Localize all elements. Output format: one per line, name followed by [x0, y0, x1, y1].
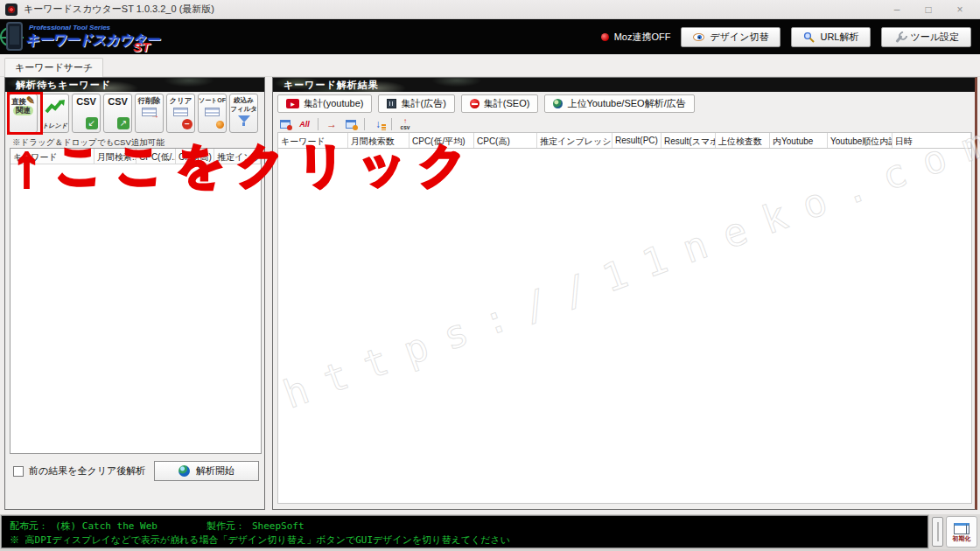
sort-bars-icon: [382, 124, 386, 130]
column-header[interactable]: 月間検索数: [348, 133, 410, 148]
globe-icon: [553, 99, 563, 108]
csv-import-icon: ↙: [86, 117, 98, 129]
distributor-value: (株) Catch the Web: [55, 520, 158, 532]
table-rows-icon: →: [142, 108, 157, 116]
csv-upload-button[interactable]: ↑ csv: [397, 117, 413, 132]
tab-top-youtube-seo-ads-label: 上位Youtube/SEO解析/広告: [567, 97, 685, 110]
column-header[interactable]: CPC(高): [176, 149, 214, 164]
moz-label: Moz連携OFF: [614, 31, 671, 44]
clear-before-analyze-checkbox[interactable]: [13, 466, 24, 477]
sort-off-label: ソートOFF: [199, 96, 226, 105]
column-header[interactable]: 上位検査数: [716, 133, 770, 148]
pending-keywords-title: 解析待ちキーワード: [5, 78, 264, 92]
tab-keyword-search[interactable]: キーワードサーチ: [4, 58, 103, 78]
tab-bar: キーワードサーチ: [0, 54, 980, 77]
brand-series: Professional Tool Series: [29, 24, 110, 31]
left-list-header: キーワード月間検索...CPC(低/...CPC(高)推定インプ...: [10, 149, 261, 164]
direct-label: 直接✎: [10, 96, 37, 106]
minimize-button[interactable]: –: [889, 0, 905, 19]
sort-results-button[interactable]: ↓: [370, 117, 386, 132]
gui-init-label: 初期化: [953, 535, 971, 541]
tab-aggregate-ads[interactable]: 集計(広告): [378, 94, 454, 113]
maker-label: 製作元：: [206, 520, 245, 532]
column-header[interactable]: キーワード: [278, 133, 348, 148]
window-remove-icon: [346, 120, 356, 129]
window-title: キーワードスカウターST 1.0.3.2_0 (最新版): [24, 3, 889, 16]
trend-arrow-icon: [45, 99, 66, 115]
maker-value: SheepSoft: [252, 520, 304, 532]
analysis-results-panel: キーワード解析結果 ▶ 集計(youtube) 集計(広告) 集計(SEO) 上…: [272, 77, 977, 510]
delete-arrow-icon: →: [150, 111, 159, 120]
start-analysis-button[interactable]: 解析開始: [154, 461, 259, 481]
moz-status-icon: [601, 33, 609, 41]
distributor-label: 配布元：: [10, 520, 48, 532]
table-rows-icon: [173, 108, 188, 116]
youtube-icon: ▶: [286, 99, 299, 108]
csv-import-button[interactable]: CSV ↙: [72, 94, 101, 133]
keyword-list[interactable]: キーワード月間検索...CPC(低/...CPC(高)推定インプ...: [10, 148, 262, 454]
window-controls: – □ ×: [889, 0, 975, 19]
url-analyze-label: URL解析: [820, 31, 858, 44]
tab-top-youtube-seo-ads[interactable]: 上位Youtube/SEO解析/広告: [544, 94, 694, 113]
eye-icon: [693, 33, 704, 41]
tab-aggregate-youtube-label: 集計(youtube): [304, 97, 363, 110]
smartphone-icon: [6, 22, 23, 51]
select-all-button[interactable]: All: [297, 117, 312, 132]
csv-export-button[interactable]: CSV ↗: [103, 94, 132, 133]
left-bottom-row: 前の結果を全クリア後解析 解析開始: [13, 461, 259, 481]
trend-button[interactable]: トレンド: [40, 94, 69, 133]
column-header[interactable]: 推定インプ...: [214, 149, 261, 164]
column-header[interactable]: 月間検索...: [94, 149, 136, 164]
column-header[interactable]: 内Youtube: [770, 133, 828, 148]
csv-export-label: CSV: [104, 96, 131, 108]
results-table-body[interactable]: [277, 149, 972, 504]
toolbar-separator: [391, 118, 392, 130]
start-analysis-label: 解析開始: [196, 464, 234, 478]
sort-off-button[interactable]: ソートOFF: [198, 94, 227, 133]
remove-window-button[interactable]: [343, 117, 359, 132]
sort-indicator-icon: [216, 121, 224, 129]
pencil-icon: ✎: [26, 94, 35, 107]
url-analyze-button[interactable]: URL解析: [791, 27, 871, 47]
window-edit-icon: [280, 120, 290, 129]
column-header[interactable]: CPC(高): [474, 133, 537, 148]
column-header[interactable]: キーワード: [10, 149, 94, 164]
related-label: 関連: [10, 106, 37, 115]
pending-keywords-panel: 解析待ちキーワード 直接✎ 関連 トレンド CSV ↙ CSV ↗ 行削除: [4, 77, 265, 510]
csv-mini-label: csv: [401, 125, 410, 131]
column-header[interactable]: Result(スマホ): [662, 133, 716, 148]
brand-suffix: ST: [133, 39, 150, 54]
design-toggle-button[interactable]: デザイン切替: [681, 27, 780, 47]
app-icon: [5, 3, 18, 16]
column-header[interactable]: Result(PC): [612, 133, 662, 148]
maximize-button[interactable]: □: [920, 0, 936, 19]
row-delete-label: 行削除: [136, 96, 163, 105]
select-window-button[interactable]: [277, 117, 293, 132]
column-header[interactable]: CPC(低/平均): [410, 133, 474, 148]
row-delete-button[interactable]: 行削除 →: [135, 94, 164, 133]
tab-aggregate-seo-label: 集計(SEO): [484, 97, 530, 110]
app-logo: Professional Tool Series キーワードスカウター ST: [0, 19, 184, 54]
resize-grip[interactable]: [932, 517, 943, 547]
filter-button[interactable]: 絞込み フィルタ: [229, 94, 258, 133]
direct-related-add-button[interactable]: 直接✎ 関連: [9, 94, 38, 133]
column-header[interactable]: CPC(低/...: [136, 149, 176, 164]
column-header[interactable]: 推定インプレッション数: [537, 133, 612, 148]
gui-init-button[interactable]: 初期化: [946, 516, 977, 548]
tool-settings-button[interactable]: ツール設定: [881, 27, 971, 47]
transfer-button[interactable]: →: [324, 117, 340, 132]
column-header[interactable]: 日時: [892, 133, 971, 148]
analysis-results-title: キーワード解析結果: [273, 78, 975, 92]
moz-toggle[interactable]: Moz連携OFF: [601, 31, 671, 44]
close-button[interactable]: ×: [952, 0, 968, 19]
funnel-stem: [242, 122, 245, 126]
column-header[interactable]: Youtube順位内訳: [828, 133, 892, 148]
filter-label-2: フィルタ: [230, 105, 257, 114]
csv-import-label: CSV: [73, 96, 100, 108]
tab-aggregate-ads-label: 集計(広告): [401, 97, 445, 110]
clear-button[interactable]: クリア −: [166, 94, 195, 133]
tab-aggregate-seo[interactable]: 集計(SEO): [461, 94, 539, 113]
tab-aggregate-youtube[interactable]: ▶ 集計(youtube): [277, 94, 372, 113]
csv-export-icon: ↗: [117, 117, 130, 129]
design-toggle-label: デザイン切替: [710, 31, 768, 44]
